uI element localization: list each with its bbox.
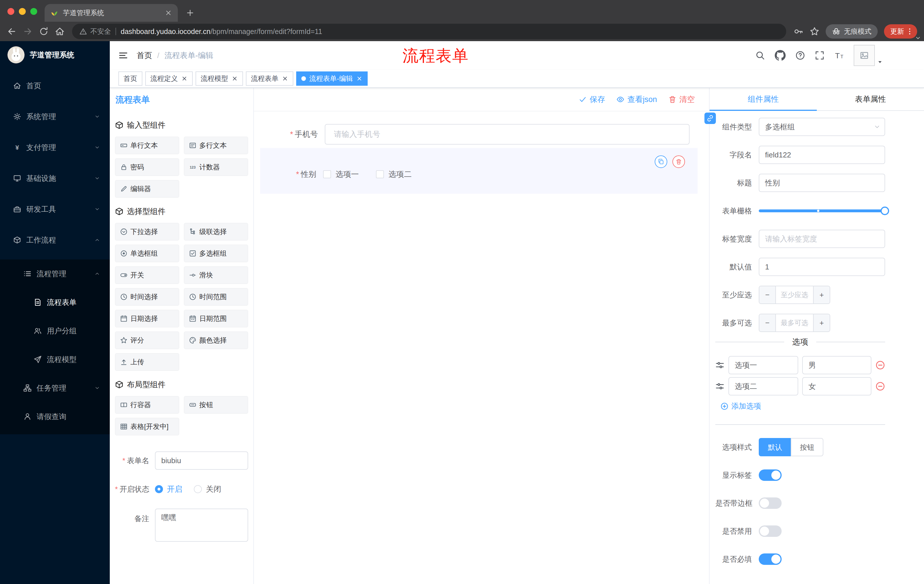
component-chip-input[interactable]: 单行文本 (115, 137, 179, 154)
search-icon[interactable] (755, 51, 765, 60)
delete-component-button[interactable] (672, 155, 685, 168)
option-name-input[interactable] (728, 356, 798, 374)
form-canvas[interactable]: 手机号 性别 选项一 选项二 (254, 112, 709, 584)
tag-close-icon[interactable] (356, 76, 363, 82)
phone-input[interactable] (325, 124, 690, 145)
component-chip-calendar[interactable]: 日期选择 (115, 310, 179, 327)
remove-option-icon[interactable] (875, 360, 885, 370)
drag-handle-icon[interactable] (715, 360, 724, 370)
stepper-increase-button[interactable]: + (813, 314, 830, 331)
sidebar-item-payment-mgmt[interactable]: ¥支付管理 (0, 136, 110, 159)
component-chip-pencil[interactable]: 编辑器 (115, 180, 179, 198)
slider-track[interactable] (759, 209, 885, 212)
sidebar-item-infrastructure[interactable]: 基础设施 (0, 167, 110, 190)
component-chip-button[interactable]: 按钮 (184, 396, 248, 414)
component-chip-counter[interactable]: 123计数器 (184, 158, 248, 176)
fullscreen-icon[interactable] (815, 51, 825, 60)
default-value-input[interactable] (759, 258, 885, 276)
link-icon[interactable] (705, 113, 716, 124)
phone-field[interactable]: 手机号 (262, 124, 690, 145)
home-button[interactable] (55, 26, 64, 36)
forward-button[interactable] (23, 26, 33, 36)
view-json-button[interactable]: 查看json (616, 94, 657, 105)
component-chip-textarea[interactable]: 多行文本 (184, 137, 248, 154)
sidebar-item-workflow[interactable]: 工作流程 (0, 229, 110, 252)
selected-component-gender[interactable]: 性别 选项一 选项二 (260, 148, 698, 194)
option-value-input[interactable] (802, 356, 871, 374)
back-button[interactable] (7, 26, 16, 36)
component-chip-upload[interactable]: 上传 (115, 353, 179, 371)
save-button[interactable]: 保存 (579, 94, 605, 105)
tab-form-props[interactable]: 表单属性 (817, 88, 924, 110)
component-chip-table[interactable]: 表格[开发中] (115, 418, 179, 436)
status-radio-off[interactable]: 关闭 (194, 484, 221, 494)
component-chip-select[interactable]: 下拉选择 (115, 223, 179, 240)
toolbar-overflow-chevron-icon[interactable] (915, 35, 921, 41)
stepper-decrease-button[interactable]: − (759, 314, 776, 331)
tag-1[interactable]: 流程定义 (145, 71, 193, 86)
remove-option-icon[interactable] (875, 382, 885, 391)
sidebar-item-task-mgmt[interactable]: 任务管理 (0, 377, 110, 400)
app-logo[interactable]: 芋道管理系统 (0, 41, 110, 69)
sidebar-item-dev-tools[interactable]: 研发工具 (0, 198, 110, 220)
label-width-input[interactable] (759, 230, 885, 248)
copy-component-button[interactable] (655, 155, 667, 168)
field-name-input[interactable] (759, 146, 885, 164)
stepper-decrease-button[interactable]: − (759, 286, 776, 303)
toggle-required[interactable] (759, 553, 782, 565)
component-chip-radio[interactable]: 单选框组 (115, 245, 179, 262)
breadcrumb-home[interactable]: 首页 (137, 50, 152, 61)
component-chip-lock[interactable]: 密码 (115, 158, 179, 176)
sidebar-item-process-model[interactable]: 流程模型 (0, 348, 110, 371)
toggle-show-label[interactable] (759, 469, 782, 481)
component-chip-switch[interactable]: 开关 (115, 266, 179, 284)
sidebar-item-process-form[interactable]: 流程表单 (0, 291, 110, 314)
reload-button[interactable] (39, 26, 49, 36)
component-chip-row[interactable]: 行容器 (115, 396, 179, 414)
gender-option-2-checkbox[interactable]: 选项二 (376, 169, 412, 179)
tag-0[interactable]: 首页 (118, 71, 142, 86)
min-select-input[interactable] (776, 286, 813, 303)
option-value-input[interactable] (802, 377, 871, 395)
window-zoom-button[interactable] (30, 8, 37, 15)
sidebar-collapse-button[interactable] (118, 51, 128, 60)
option-style-button-button[interactable]: 按钮 (791, 438, 823, 456)
component-chip-clock-range[interactable]: 时间范围 (184, 288, 248, 306)
status-radio-on[interactable]: 开启 (155, 484, 182, 494)
title-input[interactable] (759, 174, 885, 192)
stepper-increase-button[interactable]: + (813, 286, 830, 303)
tag-close-icon[interactable] (282, 76, 288, 82)
component-chip-palette[interactable]: 颜色选择 (184, 331, 248, 349)
tab-component-props[interactable]: 组件属性 (710, 88, 817, 110)
clear-button[interactable]: 清空 (668, 94, 695, 105)
remark-textarea[interactable]: 嘿嘿 (155, 508, 248, 542)
user-avatar[interactable] (854, 45, 883, 66)
toggle-with-border[interactable] (759, 497, 782, 509)
tag-close-icon[interactable] (231, 76, 238, 82)
help-icon[interactable] (795, 51, 805, 60)
option-name-input[interactable] (728, 377, 798, 395)
sidebar-item-home[interactable]: 首页 (0, 74, 110, 97)
sidebar-item-process-mgmt[interactable]: 流程管理 (0, 262, 110, 285)
github-icon[interactable] (775, 50, 785, 61)
bookmark-icon[interactable] (810, 26, 819, 36)
password-manager-icon[interactable] (794, 26, 804, 36)
update-button[interactable]: 更新 (884, 24, 917, 39)
grid-slider[interactable] (759, 202, 885, 220)
component-chip-checkbox[interactable]: 多选框组 (184, 245, 248, 262)
tag-3[interactable]: 流程表单 (246, 71, 293, 86)
tag-close-icon[interactable] (181, 76, 188, 82)
component-chip-cascade[interactable]: 级联选择 (184, 223, 248, 240)
tab-close-icon[interactable] (165, 9, 172, 16)
tag-2[interactable]: 流程模型 (196, 71, 243, 86)
toggle-disabled[interactable] (759, 525, 782, 537)
gender-option-1-checkbox[interactable]: 选项一 (323, 169, 359, 179)
new-tab-button[interactable] (186, 8, 195, 17)
form-name-input[interactable] (155, 451, 248, 470)
option-style-default-button[interactable]: 默认 (759, 438, 791, 456)
component-chip-star[interactable]: 评分 (115, 331, 179, 349)
address-bar[interactable]: 不安全 dashboard.yudao.iocoder.cn/bpm/manag… (72, 24, 786, 39)
font-size-icon[interactable]: TT (834, 51, 844, 60)
max-select-input[interactable] (776, 314, 813, 331)
component-chip-slider[interactable]: 滑块 (184, 266, 248, 284)
